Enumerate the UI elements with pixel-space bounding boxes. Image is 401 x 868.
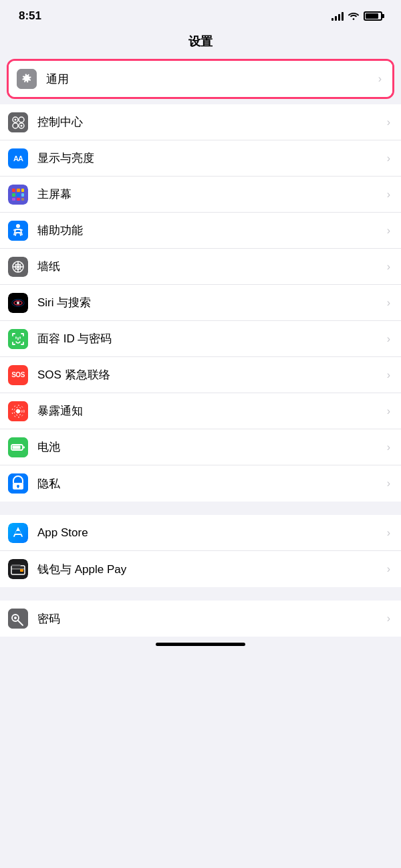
settings-row-faceid[interactable]: 面容 ID 与密码 › — [0, 321, 401, 357]
signal-icon — [331, 11, 344, 21]
svg-point-26 — [17, 302, 19, 304]
status-bar: 8:51 — [0, 0, 401, 28]
wifi-icon — [348, 11, 360, 21]
display-label: 显示与亮度 — [37, 150, 382, 166]
svg-rect-18 — [8, 221, 28, 241]
wallpaper-label: 墙纸 — [37, 259, 382, 274]
svg-point-53 — [14, 617, 17, 619]
control-center-chevron: › — [387, 116, 390, 128]
homescreen-chevron: › — [387, 189, 390, 201]
home-indicator — [156, 643, 245, 646]
svg-rect-11 — [21, 189, 24, 192]
settings-row-control-center[interactable]: 控制中心 › — [0, 104, 401, 140]
accessibility-icon — [8, 221, 28, 241]
settings-group-2: App Store › 钱包与 Apple Pay › — [0, 515, 401, 587]
siri-chevron: › — [387, 297, 390, 309]
siri-icon — [8, 293, 28, 313]
display-icon: AA — [8, 148, 28, 169]
appstore-chevron: › — [387, 527, 390, 539]
general-icon — [17, 69, 37, 89]
wallet-icon — [8, 559, 28, 579]
passwords-icon — [8, 609, 28, 629]
wallet-chevron: › — [387, 563, 390, 575]
group-gap-2 — [0, 587, 401, 601]
svg-rect-13 — [17, 193, 20, 197]
page-title: 设置 — [0, 28, 401, 59]
svg-point-7 — [21, 124, 23, 126]
settings-row-exposure[interactable]: 暴露通知 › — [0, 393, 401, 429]
wallpaper-icon — [8, 257, 28, 277]
settings-row-privacy[interactable]: 隐私 › — [0, 465, 401, 502]
privacy-chevron: › — [387, 477, 390, 490]
settings-row-passwords[interactable]: 密码 › — [0, 601, 401, 637]
accessibility-label: 辅助功能 — [37, 223, 382, 238]
homescreen-label: 主屏幕 — [37, 187, 382, 202]
svg-point-3 — [15, 118, 17, 120]
group-gap-1 — [0, 502, 401, 515]
siri-label: Siri 与搜索 — [37, 295, 382, 310]
control-center-label: 控制中心 — [37, 114, 382, 130]
display-chevron: › — [387, 152, 390, 165]
status-icons — [331, 11, 382, 21]
settings-row-sos[interactable]: SOS SOS 紧急联络 › — [0, 357, 401, 393]
sos-chevron: › — [387, 369, 390, 381]
svg-rect-15 — [12, 198, 15, 201]
settings-row-accessibility[interactable]: 辅助功能 › — [0, 213, 401, 249]
homescreen-icon — [8, 185, 28, 205]
settings-row-general[interactable]: 通用 › — [9, 61, 392, 97]
settings-row-appstore[interactable]: App Store › — [0, 515, 401, 551]
bottom-bar — [0, 637, 401, 657]
privacy-label: 隐私 — [37, 476, 382, 492]
settings-row-homescreen[interactable]: 主屏幕 › — [0, 177, 401, 213]
settings-row-wallet[interactable]: 钱包与 Apple Pay › — [0, 551, 401, 587]
status-time: 8:51 — [19, 9, 41, 23]
accessibility-chevron: › — [387, 225, 390, 237]
svg-rect-10 — [17, 189, 20, 192]
battery-chevron: › — [387, 441, 390, 453]
sos-icon: SOS — [8, 365, 28, 385]
settings-group-1: 控制中心 › AA 显示与亮度 › 主屏幕 › — [0, 104, 401, 502]
passwords-label: 密码 — [37, 611, 382, 627]
faceid-icon — [8, 329, 28, 349]
appstore-label: App Store — [37, 526, 382, 540]
svg-rect-17 — [21, 198, 24, 201]
exposure-icon — [8, 401, 28, 421]
general-chevron: › — [378, 73, 382, 85]
passwords-chevron: › — [387, 613, 390, 625]
general-label: 通用 — [46, 72, 373, 87]
control-center-icon — [8, 112, 28, 132]
svg-rect-37 — [23, 446, 25, 448]
highlighted-group: 通用 › — [7, 59, 394, 99]
svg-rect-1 — [8, 112, 28, 132]
faceid-label: 面容 ID 与密码 — [37, 331, 382, 346]
svg-rect-49 — [20, 569, 23, 572]
svg-rect-9 — [12, 189, 15, 192]
settings-row-display[interactable]: AA 显示与亮度 › — [0, 140, 401, 177]
sos-label: SOS 紧急联络 — [37, 367, 382, 383]
wallpaper-chevron: › — [387, 261, 390, 273]
exposure-label: 暴露通知 — [37, 403, 382, 419]
svg-rect-14 — [21, 193, 24, 197]
svg-rect-38 — [13, 445, 21, 449]
battery-label: 电池 — [37, 439, 382, 455]
svg-rect-16 — [17, 198, 20, 201]
svg-rect-43 — [8, 523, 28, 543]
exposure-chevron: › — [387, 405, 390, 417]
svg-rect-12 — [12, 193, 15, 197]
svg-rect-48 — [11, 564, 21, 566]
settings-row-siri[interactable]: Siri 与搜索 › — [0, 285, 401, 321]
faceid-chevron: › — [387, 333, 390, 345]
battery-icon — [364, 11, 382, 21]
privacy-icon — [8, 473, 28, 494]
settings-row-battery[interactable]: 电池 › — [0, 429, 401, 465]
settings-group-3: 密码 › — [0, 601, 401, 637]
wallet-label: 钱包与 Apple Pay — [37, 562, 382, 577]
battery-settings-icon — [8, 437, 28, 457]
settings-row-wallpaper[interactable]: 墙纸 › — [0, 249, 401, 285]
appstore-icon — [8, 523, 28, 543]
svg-point-19 — [16, 224, 20, 228]
